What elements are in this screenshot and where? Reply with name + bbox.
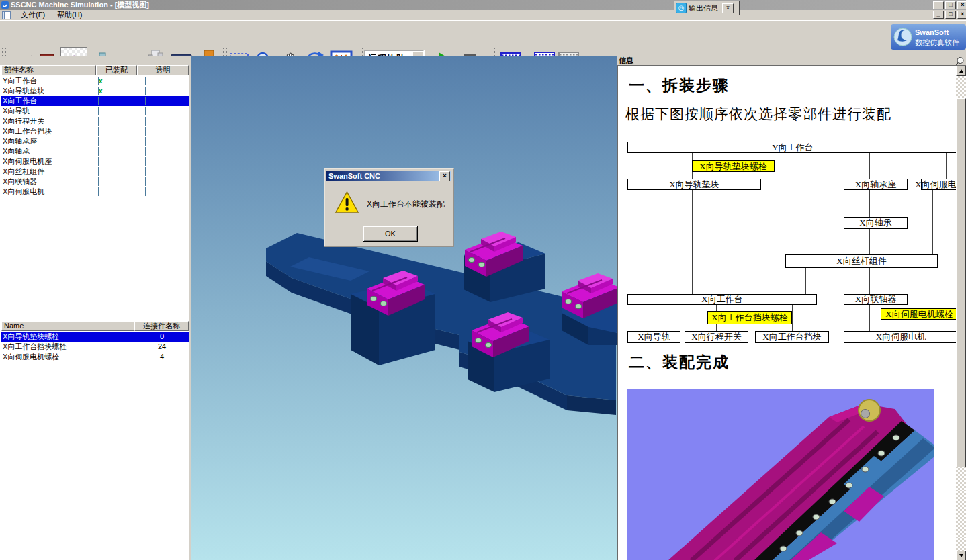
window-controls: _ □ × (933, 1, 966, 9)
assembled-checkbox[interactable] (98, 107, 99, 115)
arrow-down-icon (959, 554, 963, 557)
assembled-checkbox[interactable] (98, 97, 99, 105)
table-row[interactable]: X向工作台挡块 (1, 126, 189, 136)
mdi-close-button[interactable]: × (957, 11, 966, 19)
table-row-selected[interactable]: X向导轨垫块螺栓0 (1, 332, 189, 342)
model-viewport[interactable] (191, 56, 617, 560)
flow-line (792, 305, 793, 331)
assembled-preview-image (627, 389, 934, 560)
transparent-checkbox[interactable] (145, 187, 146, 196)
window-title: SSCNC Machine Simulation - [模型视图] (11, 0, 149, 10)
assembled-checkbox[interactable]: x (98, 87, 103, 95)
info-panel-header: 信息 (617, 56, 966, 65)
table-row[interactable]: X向导轨垫块x (1, 86, 189, 96)
flow-node: X向行程开关 (685, 331, 748, 343)
part-name: Y向工作台 (1, 76, 98, 86)
table-row[interactable]: X向伺服电机 (1, 187, 189, 197)
output-info-close-button[interactable]: x (722, 3, 734, 13)
transparent-checkbox[interactable] (145, 97, 146, 105)
transparent-checkbox[interactable] (145, 127, 146, 136)
flow-node: X向轴承 (844, 217, 908, 229)
table-row[interactable]: X向伺服电机螺栓4 (1, 352, 189, 362)
part-name: X向行程开关 (1, 116, 98, 126)
assembled-checkbox[interactable] (98, 167, 99, 176)
header-transparent: 透明 (137, 65, 189, 75)
menu-file[interactable]: 文件(F) (15, 10, 51, 20)
transparent-checkbox[interactable] (145, 147, 146, 156)
flow-node-highlight: X向导轨垫块螺栓 (692, 160, 775, 172)
mdi-minimize-button[interactable]: _ (933, 11, 944, 19)
connector-name: X向伺服电机螺栓 (1, 352, 136, 362)
transparent-checkbox[interactable] (145, 137, 146, 146)
dialog-message: X向工作台不能被装配 (367, 199, 445, 210)
toolbar: 远程协助 (0, 20, 966, 56)
logo-line1: SwanSoft (915, 28, 949, 36)
flow-line (946, 153, 947, 179)
part-name: X向导轨垫块 (1, 86, 98, 96)
assembled-checkbox[interactable] (98, 177, 99, 186)
assembled-checkbox[interactable] (98, 157, 99, 166)
table-row[interactable]: X向丝杠组件 (1, 167, 189, 177)
close-button[interactable]: × (957, 1, 966, 9)
flow-node: Y向工作台 (627, 142, 958, 153)
header-part-name: 部件名称 (1, 65, 96, 75)
minimize-button[interactable]: _ (933, 1, 944, 9)
dialog-close-button[interactable]: × (439, 171, 450, 181)
scrollbar-thumb[interactable] (956, 98, 966, 467)
part-name: X向伺服电机 (1, 187, 98, 197)
connector-name: X向导轨垫块螺栓 (1, 332, 136, 342)
transparent-checkbox[interactable] (145, 117, 146, 126)
table-row[interactable]: X向轴承座 (1, 136, 189, 146)
flow-node: X向伺服电机 (844, 331, 958, 343)
dialog-title: SwanSoft CNC (326, 172, 439, 180)
table-row[interactable]: X向联轴器 (1, 177, 189, 187)
logo-line2: 数控仿真软件 (915, 38, 959, 46)
connector-count: 24 (136, 342, 188, 352)
transparent-checkbox[interactable] (145, 107, 146, 115)
section2-heading: 二、装配完成 (629, 352, 730, 373)
part-name: X向轴承 (1, 146, 98, 156)
part-name: X向导轨 (1, 106, 98, 116)
pushpin-icon[interactable] (955, 56, 965, 66)
flow-line (869, 190, 870, 217)
mdi-restore-button[interactable]: □ (945, 11, 956, 19)
transparent-checkbox[interactable] (145, 77, 146, 85)
transparent-checkbox[interactable] (145, 167, 146, 176)
output-info-icon: ◎ (676, 3, 687, 13)
ok-button[interactable]: OK (363, 226, 418, 242)
assembled-checkbox[interactable] (98, 127, 99, 136)
assembled-checkbox[interactable]: x (98, 77, 103, 85)
restore-button[interactable]: □ (945, 1, 956, 9)
table-row-selected[interactable]: X向工作台 (1, 96, 189, 106)
flow-line (869, 305, 870, 331)
assembled-checkbox[interactable] (98, 117, 99, 126)
output-info-palette[interactable]: ◎ 输出信息 x (674, 1, 740, 15)
assembled-checkbox[interactable] (98, 147, 99, 156)
table-row[interactable]: X向工作台挡块螺栓24 (1, 342, 189, 352)
table-row[interactable]: Y向工作台x (1, 76, 189, 86)
table-row[interactable]: X向伺服电机座 (1, 156, 189, 167)
menu-help[interactable]: 帮助(H) (51, 10, 88, 20)
flow-node: X向丝杆组件 (785, 254, 938, 268)
model-3d-scene (191, 56, 617, 560)
scroll-down-button[interactable] (956, 551, 966, 560)
flow-node: X向工作台挡块 (755, 331, 829, 343)
assembled-checkbox[interactable] (98, 137, 99, 146)
scroll-up-button[interactable] (956, 66, 966, 76)
table-row[interactable]: X向导轨 (1, 106, 189, 116)
swan-icon (891, 26, 915, 48)
app-icon (1, 1, 9, 9)
parts-table-header: 部件名称 已装配 透明 (1, 65, 189, 75)
assembled-checkbox[interactable] (98, 187, 99, 196)
menu-bar: 文件(F) 帮助(H) (0, 10, 966, 21)
flow-node: X向工作台 (627, 294, 817, 305)
transparent-checkbox[interactable] (145, 157, 146, 166)
warning-dialog: SwanSoft CNC × X向工作台不能被装配 OK (324, 168, 454, 247)
transparent-checkbox[interactable] (145, 87, 146, 95)
section1-text: 根据下图按顺序依次选择零部件进行装配 (625, 105, 891, 124)
table-row[interactable]: X向轴承 (1, 146, 189, 156)
transparent-checkbox[interactable] (145, 177, 146, 186)
flow-node-highlight: X向工作台挡块螺栓 (707, 311, 792, 324)
table-row[interactable]: X向行程开关 (1, 116, 189, 126)
info-scrollbar[interactable] (956, 66, 966, 560)
